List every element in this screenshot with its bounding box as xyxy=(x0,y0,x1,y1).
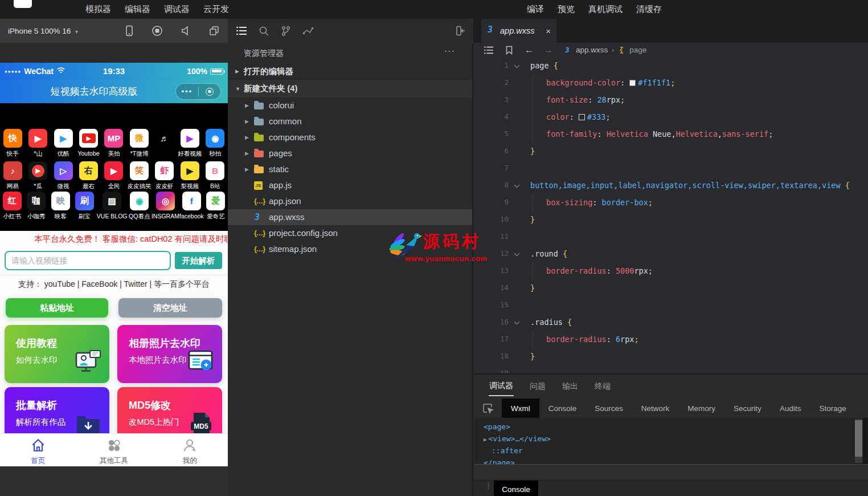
app-icon-item[interactable]: ffacebook xyxy=(179,192,204,222)
scrollbar-thumb[interactable] xyxy=(855,420,862,457)
tabbar-item-2[interactable]: 我的 xyxy=(152,434,228,466)
speaker-icon[interactable] xyxy=(180,25,191,36)
record-stop-icon[interactable] xyxy=(152,25,163,36)
tab-app-wxss[interactable]: 3 app.wxss × xyxy=(481,19,556,43)
wxml-node-1[interactable]: ▶<view>…</view> xyxy=(474,433,868,445)
chevron-right-icon[interactable]: ▶ xyxy=(245,135,249,140)
menubar-item-2[interactable]: 调试器 xyxy=(164,4,190,15)
paste-url-button[interactable]: 粘贴地址 xyxy=(6,298,108,318)
network-graph-icon[interactable] xyxy=(302,26,314,36)
app-icon-item[interactable]: 映映客 xyxy=(48,192,72,222)
chevron-right-icon[interactable]: ▶ xyxy=(245,166,249,172)
devtools-tab-sources[interactable]: Sources xyxy=(586,399,632,418)
windows-icon[interactable] xyxy=(208,25,220,36)
debugger-tab-1[interactable]: 问题 xyxy=(529,376,546,396)
tree-item-app.js[interactable]: JSapp.js xyxy=(228,177,472,193)
forward-arrow-icon[interactable]: → xyxy=(544,45,553,55)
app-icon-item[interactable]: 笑皮皮搞笑 xyxy=(126,161,152,192)
chevron-right-icon[interactable]: ▶ xyxy=(245,103,249,108)
app-icon-item[interactable]: ▶优酷 xyxy=(51,129,76,160)
devtools-tab-console[interactable]: Console xyxy=(539,399,586,418)
explorer-section-0[interactable]: ▶打开的编辑器 xyxy=(228,63,472,80)
tree-item-static[interactable]: ▶static xyxy=(228,161,472,177)
phone-icon[interactable] xyxy=(124,25,134,36)
collapse-panel-icon[interactable] xyxy=(455,25,466,36)
app-icon-item[interactable]: 快快手 xyxy=(0,129,25,160)
inspect-element-icon[interactable] xyxy=(474,399,502,418)
menubar-item-0[interactable]: 模拟器 xyxy=(85,4,111,15)
breadcrumb-file[interactable]: app.wxss xyxy=(576,46,608,54)
git-branch-icon[interactable] xyxy=(281,26,291,36)
menubar-action-3[interactable]: 清缓存 xyxy=(636,4,662,15)
expand-arrow-icon[interactable]: ▶ xyxy=(484,437,486,442)
app-icon-item[interactable]: ▶*瓜 xyxy=(25,161,50,192)
tabbar-item-1[interactable]: 其他工具 xyxy=(76,434,152,466)
drawer-handle-icon[interactable]: ⋮ xyxy=(485,484,492,487)
search-icon[interactable] xyxy=(259,26,269,36)
debugger-tab-2[interactable]: 输出 xyxy=(562,376,579,396)
app-icon-item[interactable]: 微*T微博 xyxy=(126,129,152,160)
app-icon-item[interactable]: ♪网易 xyxy=(0,161,25,192)
app-icon-item[interactable]: ◉秒拍 xyxy=(203,129,228,160)
app-icon-item[interactable]: 刷刷宝 xyxy=(72,192,96,222)
explorer-section-1[interactable]: ▼新建文件夹 (4) xyxy=(228,80,472,97)
app-icon-item[interactable]: 咖小咖秀 xyxy=(24,192,48,222)
color-swatch[interactable] xyxy=(579,114,585,120)
more-dots-icon[interactable]: ••• xyxy=(176,84,198,99)
app-icon-item[interactable]: BB站 xyxy=(203,161,228,192)
app-icon-item[interactable]: ▶全民 xyxy=(101,161,126,192)
app-icon-item[interactable]: 右最右 xyxy=(76,161,101,192)
wxml-node-2[interactable]: ::after xyxy=(474,445,868,457)
app-icon-item[interactable]: ▶好看视频 xyxy=(177,129,202,160)
chevron-right-icon[interactable]: ▶ xyxy=(245,151,249,156)
menubar-action-2[interactable]: 真机调试 xyxy=(588,4,623,15)
start-parse-button[interactable]: 开始解析 xyxy=(175,252,222,269)
devtools-tab-security[interactable]: Security xyxy=(724,399,771,418)
app-icon-item[interactable]: ▶Youtobe xyxy=(76,129,101,160)
debugger-tab-3[interactable]: 终端 xyxy=(594,376,611,396)
back-arrow-icon[interactable]: ← xyxy=(525,45,534,55)
wxml-node-3[interactable]: </page> xyxy=(474,457,868,464)
list-icon[interactable] xyxy=(236,26,247,36)
fold-chevron-icon[interactable] xyxy=(514,251,520,257)
app-icon-item[interactable]: 爱爱奇艺 xyxy=(204,192,228,222)
breadcrumb-node[interactable]: page xyxy=(629,46,646,54)
feature-card-0[interactable]: 使用教程如何去水印 xyxy=(5,325,109,383)
menubar-item-3[interactable]: 云开发 xyxy=(203,4,229,15)
chevron-right-icon[interactable]: ▶ xyxy=(245,119,249,124)
devtools-tab-memory[interactable]: Memory xyxy=(678,399,724,418)
chevron-down-icon[interactable]: ▼ xyxy=(235,86,240,92)
app-icon-item[interactable]: MP美拍 xyxy=(101,129,126,160)
tree-item-sitemap.json[interactable]: {…}sitemap.json xyxy=(228,241,472,257)
app-icon-item[interactable]: ▶*山 xyxy=(25,129,50,160)
console-drawer-tab[interactable]: Console xyxy=(494,481,538,496)
app-icon-item[interactable]: ▷微视 xyxy=(51,161,76,192)
app-icon-item[interactable]: ♬ xyxy=(152,129,177,160)
chevron-right-icon[interactable]: ▶ xyxy=(235,68,239,74)
device-selector[interactable]: iPhone 5 100% 16 ▾ xyxy=(8,27,78,35)
more-actions-icon[interactable]: ··· xyxy=(444,46,455,56)
tree-item-common[interactable]: ▶common xyxy=(228,113,472,129)
app-icon-item[interactable]: 红小红书 xyxy=(0,192,24,222)
app-icon-item[interactable]: ◎INSGRAM xyxy=(152,192,179,222)
tree-item-app.json[interactable]: {…}app.json xyxy=(228,193,472,209)
clear-url-button[interactable]: 清空地址 xyxy=(118,298,222,318)
tree-item-colorui[interactable]: ▶colorui xyxy=(228,97,472,113)
feature-card-1[interactable]: 相册照片去水印本地照片去水印 xyxy=(117,325,222,383)
fold-chevron-icon[interactable] xyxy=(514,63,520,68)
devtools-tab-audits[interactable]: Audits xyxy=(771,399,810,418)
app-icon-item[interactable]: 虾皮皮虾 xyxy=(152,161,177,192)
fold-chevron-icon[interactable] xyxy=(514,319,520,325)
fold-chevron-icon[interactable] xyxy=(514,182,520,188)
wxml-node-0[interactable]: <page> xyxy=(474,421,868,433)
devtools-tab-wxml[interactable]: Wxml xyxy=(502,399,539,418)
list-icon[interactable] xyxy=(484,46,494,55)
close-icon[interactable]: × xyxy=(546,26,551,36)
tree-item-pages[interactable]: ▶pages xyxy=(228,145,472,161)
color-swatch[interactable] xyxy=(629,80,636,86)
devtools-tab-storage[interactable]: Storage xyxy=(810,399,855,418)
menubar-action-1[interactable]: 预览 xyxy=(558,4,575,15)
tree-item-project.config.json[interactable]: {…}project.config.json xyxy=(228,225,472,241)
tabbar-item-0[interactable]: 首页 xyxy=(0,434,76,466)
tree-item-components[interactable]: ▶components xyxy=(228,129,472,145)
